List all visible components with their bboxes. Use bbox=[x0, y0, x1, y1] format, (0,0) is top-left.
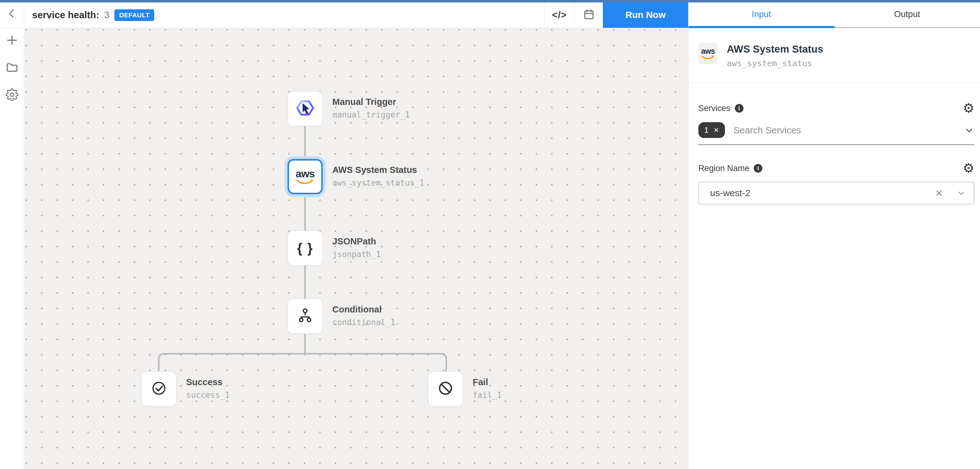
connector-line bbox=[304, 194, 306, 230]
branch-connector bbox=[158, 353, 447, 372]
node-manual-trigger[interactable] bbox=[288, 91, 323, 126]
back-button[interactable] bbox=[0, 0, 24, 28]
aws-smile-icon bbox=[296, 179, 315, 185]
settings-button[interactable] bbox=[6, 89, 19, 102]
aws-logo-text: aws bbox=[701, 47, 715, 55]
node-jsonpath[interactable]: { } bbox=[288, 230, 323, 266]
panel-node-title: AWS System Status bbox=[727, 43, 823, 55]
check-circle-icon bbox=[150, 379, 168, 399]
node-fail[interactable] bbox=[428, 371, 463, 407]
node-id: jsonpath_1 bbox=[332, 250, 381, 259]
services-placeholder: Search Services bbox=[733, 125, 801, 136]
folder-icon bbox=[6, 61, 19, 75]
aws-logo-icon: aws bbox=[698, 43, 718, 64]
workflow-canvas[interactable]: Manual Trigger manual_trigger_1 aws AWS … bbox=[24, 28, 688, 469]
services-label: Services bbox=[698, 104, 730, 113]
node-id: conditional_1 bbox=[332, 318, 395, 327]
node-title: AWS System Status bbox=[332, 164, 424, 176]
node-id: aws_system_status_1 bbox=[332, 178, 424, 187]
panel-node-id: aws_system_status bbox=[727, 59, 823, 68]
aws-logo-text: aws bbox=[296, 168, 314, 179]
chip-count: 1 bbox=[704, 126, 709, 135]
node-conditional[interactable] bbox=[288, 298, 323, 334]
info-icon[interactable]: i bbox=[754, 164, 762, 172]
node-id: fail_1 bbox=[473, 391, 502, 400]
info-icon[interactable]: i bbox=[735, 104, 743, 113]
region-value: us-west-2 bbox=[710, 188, 750, 198]
tab-output[interactable]: Output bbox=[834, 0, 980, 28]
connector-line bbox=[304, 126, 306, 159]
gear-icon bbox=[6, 88, 19, 102]
workflow-title: service health: bbox=[32, 10, 99, 21]
panel-divider bbox=[689, 82, 980, 83]
app-window: service health: 3 DEFAULT </> Run Now bbox=[0, 0, 980, 469]
header-divider bbox=[158, 0, 158, 28]
gear-icon[interactable]: ⚙ bbox=[963, 162, 974, 175]
json-braces-icon: { } bbox=[297, 240, 313, 256]
node-title: Success bbox=[186, 376, 230, 388]
workflow-run-count: 3 bbox=[104, 10, 110, 21]
aws-logo-icon: aws bbox=[296, 168, 315, 185]
no-entry-icon bbox=[436, 379, 455, 399]
back-chevron-icon bbox=[6, 8, 18, 20]
clear-icon[interactable]: ✕ bbox=[935, 188, 943, 199]
panel-tabs: Input Output bbox=[689, 0, 980, 28]
region-field: Region Name i ⚙ us-west-2 ✕ bbox=[698, 162, 974, 204]
default-badge: DEFAULT bbox=[115, 9, 154, 21]
gear-icon[interactable]: ⚙ bbox=[963, 102, 974, 115]
chevron-down-icon[interactable] bbox=[964, 125, 974, 136]
files-button[interactable] bbox=[6, 62, 19, 75]
node-title: Manual Trigger bbox=[332, 96, 410, 108]
node-title: Conditional bbox=[332, 303, 395, 315]
services-select[interactable]: 1 ✕ Search Services bbox=[698, 122, 974, 145]
left-sidebar bbox=[0, 28, 24, 469]
schedule-button[interactable] bbox=[575, 3, 603, 28]
tab-input[interactable]: Input bbox=[689, 0, 834, 28]
calendar-icon bbox=[583, 8, 595, 22]
node-id: success_1 bbox=[186, 391, 230, 400]
inspector-panel: Input Output aws AWS System Status aws_s… bbox=[688, 0, 980, 469]
region-input[interactable]: us-west-2 ✕ bbox=[698, 182, 974, 204]
node-aws-system-status[interactable]: aws bbox=[288, 159, 323, 194]
aws-smile-icon bbox=[701, 55, 715, 60]
add-node-button[interactable] bbox=[6, 34, 19, 47]
plus-icon bbox=[6, 34, 19, 48]
panel-node-header: aws AWS System Status aws_system_status bbox=[698, 43, 974, 68]
connector-line bbox=[304, 266, 306, 298]
run-now-button[interactable]: Run Now bbox=[603, 0, 688, 28]
node-id: manual_trigger_1 bbox=[332, 110, 410, 120]
node-success[interactable] bbox=[141, 371, 177, 407]
services-count-chip[interactable]: 1 ✕ bbox=[698, 122, 725, 138]
top-accent-bar bbox=[0, 0, 980, 3]
code-view-button[interactable]: </> bbox=[544, 3, 574, 28]
header-bar: service health: 3 DEFAULT </> Run Now bbox=[0, 0, 688, 28]
services-field: Services i ⚙ 1 ✕ Search Services bbox=[698, 102, 974, 145]
node-title: JSONPath bbox=[332, 235, 381, 247]
node-title: Fail bbox=[473, 376, 502, 388]
connector-line bbox=[304, 334, 306, 354]
workflow-title-group: service health: 3 DEFAULT bbox=[32, 3, 154, 28]
branch-tree-icon bbox=[296, 306, 314, 326]
region-label: Region Name bbox=[698, 164, 749, 173]
chip-close-icon[interactable]: ✕ bbox=[714, 126, 719, 134]
manual-trigger-icon bbox=[295, 98, 315, 120]
chevron-down-icon[interactable] bbox=[956, 188, 966, 198]
